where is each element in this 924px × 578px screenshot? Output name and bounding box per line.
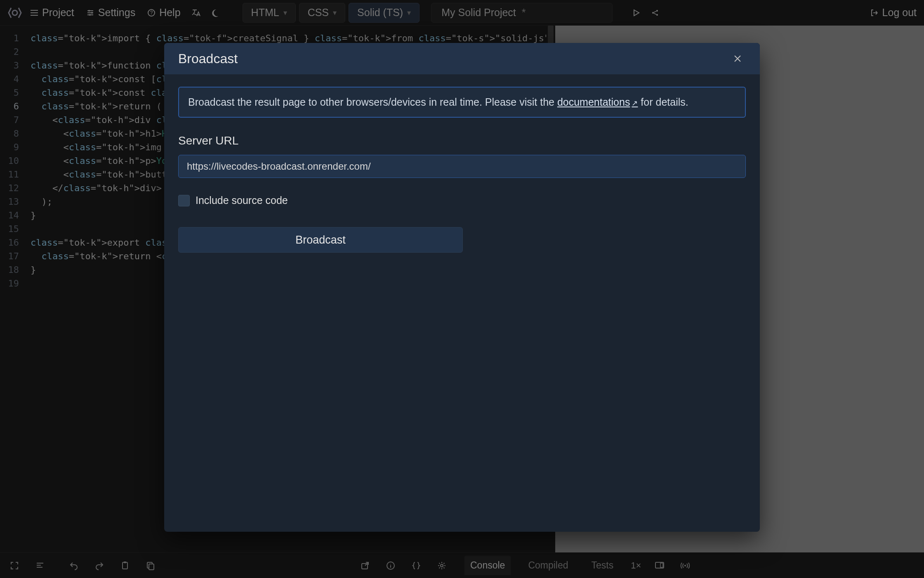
modal-title: Broadcast bbox=[178, 51, 238, 66]
include-source-label: Include source code bbox=[196, 194, 288, 206]
include-source-checkbox[interactable] bbox=[178, 195, 190, 206]
broadcast-button[interactable]: Broadcast bbox=[178, 227, 463, 253]
server-url-input[interactable] bbox=[178, 155, 746, 178]
broadcast-button-label: Broadcast bbox=[295, 234, 346, 246]
server-url-label: Server URL bbox=[178, 134, 746, 147]
broadcast-modal: Broadcast Broadcast the result page to o… bbox=[164, 43, 760, 532]
info-text-post: for details. bbox=[638, 96, 688, 108]
external-link-icon: ↗ bbox=[632, 99, 638, 107]
info-text-pre: Broadcast the result page to other brows… bbox=[188, 96, 557, 108]
documentations-link[interactable]: documentations↗ bbox=[557, 96, 638, 108]
modal-overlay[interactable]: Broadcast Broadcast the result page to o… bbox=[0, 0, 924, 578]
close-icon[interactable] bbox=[729, 50, 746, 67]
modal-body: Broadcast the result page to other brows… bbox=[164, 74, 760, 532]
modal-header: Broadcast bbox=[164, 43, 760, 74]
include-source-row: Include source code bbox=[178, 194, 746, 206]
info-banner: Broadcast the result page to other brows… bbox=[178, 87, 746, 118]
